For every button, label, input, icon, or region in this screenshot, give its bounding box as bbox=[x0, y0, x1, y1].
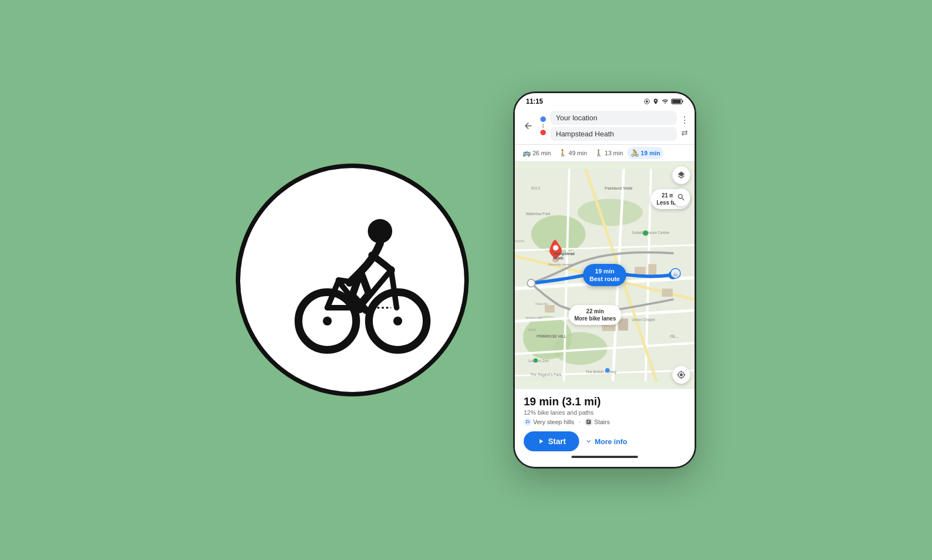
route-distance: (3.1 mi) bbox=[562, 395, 601, 408]
maps-status-icon bbox=[652, 98, 659, 105]
nav-actions: ⋮ ⇅ bbox=[680, 115, 689, 138]
walk-icon: 🚶 bbox=[559, 149, 567, 157]
svg-rect-28 bbox=[635, 267, 646, 275]
phone-frame: 11:15 Your location bbox=[513, 91, 696, 469]
battery-icon bbox=[671, 98, 683, 105]
route-bubble-bike-lanes[interactable]: 22 min More bike lanes bbox=[569, 305, 621, 325]
tab-transit[interactable]: 🚌 26 min bbox=[519, 147, 554, 159]
status-bar: 11:15 bbox=[515, 93, 695, 108]
map-search-button[interactable] bbox=[672, 189, 690, 206]
route-bubble-best[interactable]: 19 min Best route bbox=[583, 264, 626, 287]
bike-tab-icon: 🚴 bbox=[631, 149, 639, 157]
nav-row-top: Your location Hampstead Heath ⋮ ⇅ bbox=[520, 111, 689, 141]
svg-point-5 bbox=[323, 317, 332, 325]
nav-header: Your location Hampstead Heath ⋮ ⇅ bbox=[515, 108, 695, 145]
stairs-label: Stairs bbox=[594, 419, 610, 425]
bike-icon-svg bbox=[264, 191, 441, 369]
origin-input[interactable]: Your location bbox=[550, 111, 677, 125]
more-options-button[interactable]: ⋮ bbox=[680, 115, 689, 125]
svg-point-6 bbox=[393, 317, 402, 325]
tab-bike[interactable]: 🚴 19 min bbox=[627, 147, 663, 159]
svg-point-47 bbox=[533, 358, 538, 363]
tab-walk[interactable]: 🚶 49 min bbox=[555, 147, 590, 159]
scene: 11:15 Your location bbox=[0, 0, 932, 560]
bike-lanes-label: More bike lanes bbox=[574, 315, 616, 322]
svg-text:Malden Rd: Malden Rd bbox=[526, 316, 541, 319]
svg-point-50 bbox=[605, 368, 610, 373]
location-status-icon bbox=[644, 98, 650, 105]
svg-text:Hampstead: Hampstead bbox=[554, 252, 575, 256]
bike-illustration bbox=[236, 164, 469, 396]
svg-text:ISL...: ISL... bbox=[670, 334, 679, 338]
start-button[interactable]: Start bbox=[524, 431, 579, 451]
transit-time: 26 min bbox=[533, 150, 551, 156]
svg-text:Waterlow Park: Waterlow Park bbox=[526, 212, 551, 216]
tab-walk2[interactable]: 🚶‍♂️ 13 min bbox=[591, 147, 626, 159]
my-location-button[interactable] bbox=[672, 366, 690, 384]
walk2-time: 13 min bbox=[605, 150, 623, 156]
home-indicator bbox=[571, 456, 638, 458]
transport-tabs: 🚌 26 min 🚶 49 min 🚶‍♂️ 13 min 🚴 19 min bbox=[515, 145, 695, 162]
stairs-icon bbox=[585, 418, 592, 426]
dot-connector bbox=[543, 124, 544, 128]
layers-button[interactable] bbox=[672, 166, 690, 184]
svg-point-34 bbox=[528, 279, 535, 287]
svg-point-15 bbox=[578, 199, 643, 226]
svg-text:Recently viewed: Recently viewed bbox=[549, 263, 573, 266]
status-icons bbox=[644, 98, 683, 105]
start-label: Start bbox=[548, 437, 566, 446]
svg-rect-32 bbox=[662, 289, 673, 297]
svg-text:Sobelli Leisure Centre: Sobelli Leisure Centre bbox=[632, 231, 670, 235]
warning-hills: Very steep hills bbox=[524, 418, 574, 426]
svg-rect-10 bbox=[672, 100, 681, 104]
route-time-value: 19 min bbox=[524, 395, 559, 408]
bike-lanes-time: 22 min bbox=[574, 308, 616, 315]
location-inputs: Your location Hampstead Heath bbox=[550, 111, 677, 141]
svg-text:🚲: 🚲 bbox=[672, 271, 679, 277]
origin-dot bbox=[540, 116, 546, 122]
more-info-label: More info bbox=[595, 437, 627, 446]
walk2-icon: 🚶‍♂️ bbox=[595, 149, 603, 157]
warning-separator: · bbox=[579, 419, 580, 425]
svg-text:B519: B519 bbox=[531, 186, 540, 190]
svg-text:Fleet Rd: Fleet Rd bbox=[535, 302, 548, 306]
svg-text:A5200: A5200 bbox=[515, 240, 525, 243]
svg-point-43 bbox=[643, 230, 649, 236]
start-icon bbox=[537, 437, 545, 445]
route-time-distance: 19 min (3.1 mi) bbox=[524, 395, 686, 408]
best-route-time: 19 min bbox=[590, 267, 620, 275]
bottom-panel: 19 min (3.1 mi) 12% bike lanes and paths… bbox=[515, 388, 695, 467]
hill-icon bbox=[524, 418, 531, 426]
svg-text:The Regent's Park: The Regent's Park bbox=[530, 373, 561, 377]
route-warnings: Very steep hills · Stairs bbox=[524, 418, 686, 426]
svg-rect-33 bbox=[545, 305, 555, 313]
svg-text:The British Library: The British Library bbox=[586, 370, 617, 374]
back-button[interactable] bbox=[520, 118, 536, 134]
svg-rect-11 bbox=[682, 100, 683, 102]
svg-text:Union Chapel: Union Chapel bbox=[632, 318, 655, 322]
wifi-icon bbox=[661, 98, 669, 105]
hills-label: Very steep hills bbox=[533, 419, 574, 425]
destination-input[interactable]: Hampstead Heath bbox=[550, 127, 677, 141]
svg-point-7 bbox=[646, 100, 648, 103]
dest-dot bbox=[540, 130, 546, 135]
svg-text:London Zoo: London Zoo bbox=[529, 359, 549, 363]
location-dots bbox=[539, 116, 547, 135]
action-row: Start More info bbox=[524, 431, 686, 451]
best-route-label: Best route bbox=[590, 275, 620, 283]
swap-button[interactable]: ⇅ bbox=[680, 130, 689, 136]
walk-time: 49 min bbox=[569, 150, 587, 156]
svg-rect-31 bbox=[619, 319, 629, 331]
svg-text:Heath: Heath bbox=[553, 257, 564, 261]
svg-text:PRIMROSE HILL: PRIMROSE HILL bbox=[536, 334, 566, 338]
map-area[interactable]: 🚴 Parkland Walk B519 Waterlow Park Sobel… bbox=[515, 162, 695, 388]
transit-icon: 🚌 bbox=[523, 149, 531, 157]
svg-rect-29 bbox=[649, 264, 657, 275]
status-time: 11:15 bbox=[526, 98, 543, 105]
warning-stairs: Stairs bbox=[585, 418, 610, 426]
svg-text:B509: B509 bbox=[529, 328, 536, 332]
route-details: 12% bike lanes and paths bbox=[524, 409, 686, 416]
svg-point-38 bbox=[553, 245, 559, 251]
more-info-button[interactable]: More info bbox=[585, 437, 627, 446]
more-info-chevron-icon bbox=[585, 437, 592, 445]
